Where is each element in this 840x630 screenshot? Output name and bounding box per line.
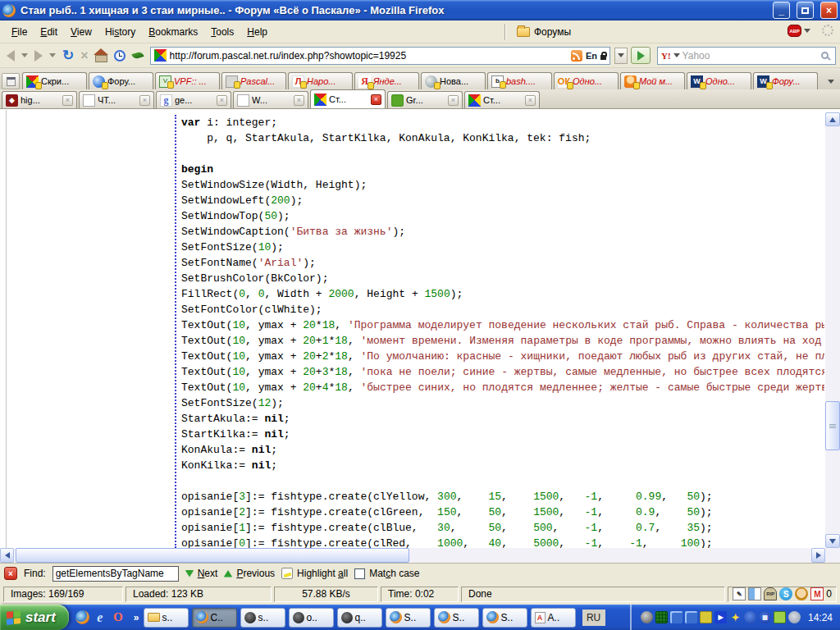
forward-button[interactable] — [32, 46, 45, 66]
tab[interactable]: Gr...× — [387, 91, 463, 108]
vertical-scroll-thumb[interactable] — [825, 401, 840, 450]
mail-icon[interactable]: M — [810, 587, 824, 600]
all-tabs-button[interactable] — [2, 73, 20, 89]
stop-button[interactable]: × — [78, 46, 90, 66]
tab-close-button[interactable]: × — [525, 95, 536, 106]
tab[interactable]: ◆hig...× — [2, 91, 77, 108]
menu-bookmarks[interactable]: Bookmarks — [142, 22, 204, 42]
url-history-dropdown[interactable] — [614, 48, 628, 64]
quick-launch-chevron[interactable]: » — [134, 612, 139, 623]
tab-list-dropdown[interactable] — [824, 73, 838, 89]
menu-tools[interactable]: Tools — [204, 22, 240, 42]
reload-button[interactable]: ↻ — [60, 46, 76, 66]
monkey-icon[interactable] — [795, 587, 808, 600]
task-button[interactable]: S.. — [386, 608, 431, 628]
task-button[interactable]: s.. — [240, 608, 285, 628]
tab[interactable]: ЯЯнде... — [354, 72, 419, 89]
tab-close-button[interactable]: × — [294, 95, 304, 106]
green-app-tray-icon[interactable] — [774, 611, 786, 623]
tab[interactable]: W...× — [233, 91, 308, 108]
close-button[interactable]: × — [820, 2, 838, 19]
start-button[interactable]: start — [0, 605, 69, 630]
search-engine-dropdown[interactable] — [673, 53, 680, 61]
highlight-all-button[interactable]: Highlight all — [281, 568, 348, 579]
task-button-active[interactable]: C.. — [192, 608, 237, 628]
tab[interactable]: ОКОдно... — [554, 72, 619, 89]
rss-feed-icon[interactable] — [571, 50, 582, 62]
forward-dropdown[interactable] — [47, 46, 58, 66]
history-button[interactable] — [112, 46, 128, 66]
task-button[interactable]: S.. — [434, 608, 479, 628]
search-icon[interactable] — [821, 52, 829, 59]
tab[interactable]: Pascal... — [221, 72, 286, 89]
wand-tray-icon[interactable]: ✦ — [729, 611, 742, 623]
skype-icon[interactable]: S — [779, 587, 792, 600]
find-input[interactable] — [52, 566, 179, 582]
tab-close-button[interactable]: × — [139, 95, 150, 106]
maximize-button[interactable] — [797, 2, 814, 19]
menu-edit[interactable]: Edit — [34, 22, 64, 42]
tab[interactable]: bbash.... — [487, 72, 552, 89]
columns-icon[interactable] — [748, 587, 761, 600]
scroll-left-button[interactable] — [0, 548, 14, 563]
edit-icon[interactable]: ✎ — [733, 587, 746, 600]
back-button[interactable] — [4, 46, 17, 66]
tab[interactable]: Нова... — [421, 72, 486, 89]
network-tray-icon[interactable] — [670, 611, 682, 623]
opera-launch-icon[interactable]: O — [111, 610, 126, 625]
tab[interactable]: VVPF:: ... — [155, 72, 220, 89]
go-button[interactable] — [631, 47, 651, 64]
vertical-scrollbar[interactable] — [825, 112, 840, 548]
task-button[interactable]: q.. — [337, 608, 382, 628]
menu-history[interactable]: History — [98, 22, 142, 42]
tab-active[interactable]: Ст...× — [310, 89, 386, 108]
address-bar[interactable]: http://forum.pascal.net.ru/index.php?sho… — [150, 47, 610, 65]
adblock-button[interactable]: ABP — [788, 25, 810, 37]
task-button[interactable]: s.. — [144, 608, 189, 628]
task-button[interactable]: S.. — [482, 608, 527, 628]
match-case-checkbox[interactable]: Match case — [354, 568, 419, 579]
green-grid-tray-icon[interactable] — [655, 611, 668, 623]
find-previous-button[interactable]: Previous — [224, 568, 275, 579]
search-input[interactable] — [682, 50, 819, 62]
menu-help[interactable]: Help — [240, 22, 274, 42]
blue-a-tray-icon[interactable] — [744, 611, 756, 623]
gray-swirl-tray-icon[interactable] — [788, 611, 801, 623]
bookmarks-folder-button[interactable]: Форумы — [512, 23, 576, 41]
player-tray-icon[interactable]: ▶ — [714, 611, 727, 623]
horizontal-scroll-thumb[interactable] — [16, 548, 409, 563]
tab-close-button[interactable]: × — [371, 94, 381, 105]
horizontal-scrollbar[interactable] — [0, 548, 825, 563]
home-button[interactable] — [93, 46, 110, 66]
tab-close-button[interactable]: × — [217, 95, 227, 106]
tab-close-button[interactable]: × — [448, 95, 459, 106]
extension-button[interactable] — [130, 46, 146, 66]
tab[interactable]: WФору... — [753, 72, 818, 89]
menu-view[interactable]: View — [64, 22, 98, 42]
find-next-button[interactable]: Next — [185, 568, 218, 579]
minimize-button[interactable]: _ — [773, 2, 790, 19]
tab[interactable]: Мой м... — [620, 72, 685, 89]
blue-doc-tray-icon[interactable]: ▤ — [759, 611, 771, 623]
menu-file[interactable]: File — [5, 22, 34, 42]
tab[interactable]: WОдно... — [687, 72, 751, 89]
task-button[interactable]: o.. — [289, 608, 334, 628]
ie-launch-icon[interactable]: e — [93, 610, 107, 625]
scroll-down-button[interactable] — [825, 534, 840, 548]
yellow-app-tray-icon[interactable] — [700, 611, 712, 623]
tab[interactable]: gge...× — [156, 91, 231, 108]
scroll-right-button[interactable] — [811, 548, 825, 563]
tab[interactable]: ЛНаро... — [288, 72, 353, 89]
network-tray-icon[interactable] — [685, 611, 697, 623]
find-close-button[interactable]: × — [4, 567, 17, 580]
language-indicator[interactable]: RU — [582, 609, 605, 626]
scroll-up-button[interactable] — [825, 112, 840, 126]
search-bar[interactable]: Y! — [657, 47, 836, 65]
tab[interactable]: Ст...× — [464, 91, 540, 108]
sphere-arrow-tray-icon[interactable] — [641, 611, 653, 623]
task-button[interactable]: AA.. — [531, 608, 576, 628]
tab[interactable]: Скри... — [22, 72, 87, 89]
tab[interactable]: ЧТ...× — [79, 91, 154, 108]
back-dropdown[interactable] — [19, 46, 30, 66]
firefox-launch-icon[interactable] — [75, 610, 89, 624]
